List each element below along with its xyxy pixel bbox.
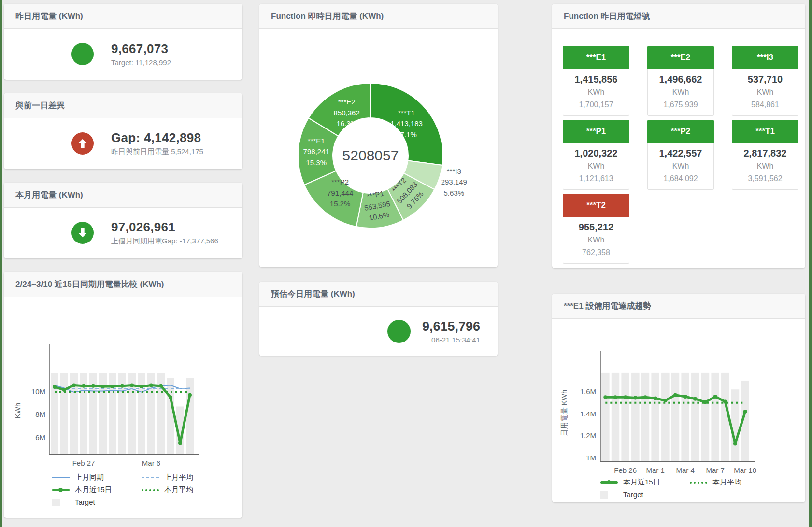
legend-item[interactable]: 上月平均 (142, 473, 231, 482)
donut-center-total: 5208057 (342, 147, 399, 164)
lamp-tile-body: 537,710KWh584,861 (732, 69, 798, 116)
svg-text:1.6M: 1.6M (580, 387, 596, 396)
lamp-tile-body: 2,817,832KWh3,591,562 (732, 143, 798, 190)
card-today-estimate: 預估今日用電量 (KWh) 9,615,796 06-21 15:34:41 (259, 282, 498, 356)
legend-label: Target (623, 490, 643, 499)
svg-text:1.4M: 1.4M (580, 410, 596, 418)
left-edge-accent (0, 0, 2, 527)
lamp-tile-name: ***E2 (647, 46, 714, 69)
target-bar (711, 373, 719, 461)
kpi-subtitle: 06-21 15:34:41 (422, 336, 480, 344)
lamp-tile-value: 2,817,832 (732, 147, 798, 160)
e1-trend-legend: 本月近15日本月平均Target (600, 478, 805, 499)
legend-item[interactable]: Target (600, 490, 690, 499)
lamp-tile: ***E21,496,662KWh1,675,939 (647, 46, 714, 116)
svg-text:Feb 27: Feb 27 (72, 459, 95, 467)
svg-text:8M: 8M (35, 410, 45, 418)
lamp-tile-unit: KWh (732, 86, 798, 99)
svg-text:Mar 4: Mar 4 (676, 466, 694, 474)
target-bar (60, 373, 68, 454)
lamp-tile-name: ***T2 (563, 194, 629, 217)
card-lamp-status: Function 昨日用電燈號 ***E11,415,856KWh1,700,1… (552, 4, 805, 268)
lamp-tile-unit: KWh (732, 160, 798, 172)
legend-item[interactable]: 上月同期 (52, 473, 142, 482)
card-compare-chart: 2/24~3/10 近15日同期用電量比較 (KWh) 6M8M10MFeb 2… (4, 272, 242, 518)
lamp-tile: ***I3537,710KWh584,861 (732, 46, 798, 116)
lamp-tile-name: ***E1 (563, 46, 629, 69)
lamp-tile-body: 1,422,557KWh1,684,092 (647, 143, 714, 190)
lamp-tile-target: 1,700,157 (563, 99, 629, 111)
svg-text:日用電量 KWh: 日用電量 KWh (560, 390, 568, 437)
card-e1-trend: ***E1 設備用電達成趨勢 1M1.2M1.4M1.6MFeb 26Mar 1… (552, 294, 805, 502)
svg-text:Mar 1: Mar 1 (646, 466, 664, 474)
donut-segment-label: ***T11,413,18327.1% (390, 108, 423, 141)
lamp-tile-unit: KWh (563, 234, 629, 246)
lamp-tile: ***T2955,212KWh762,358 (563, 194, 629, 264)
donut-segment-label: ***E2850,36216.3% (334, 97, 360, 130)
legend-item[interactable]: 本月平均 (690, 478, 779, 487)
green-status-circle-icon (71, 43, 94, 65)
lamp-tile-name: ***I3 (732, 46, 798, 69)
lamp-tile-target: 1,675,939 (648, 99, 713, 111)
card-title: Function 昨日用電燈號 (552, 4, 805, 29)
kpi-value: 9,667,073 (111, 42, 171, 57)
svg-text:Mar 6: Mar 6 (142, 459, 160, 467)
lamp-tile-target: 1,684,092 (648, 172, 713, 185)
legend-label: 本月近15日 (75, 485, 112, 495)
lamp-tile-value: 1,020,322 (563, 147, 629, 160)
legend-label: 本月平均 (164, 485, 193, 495)
card-month-usage: 本月用電量 (KWh) 97,026,961 上個月同期用電Gap: -17,3… (4, 183, 242, 258)
lamp-tile: ***P11,020,322KWh1,121,613 (563, 120, 629, 190)
green-status-circle-icon (387, 320, 411, 343)
kpi-subtitle: 上個月同期用電Gap: -17,377,566 (111, 237, 218, 246)
card-title: 昨日用電量 (KWh) (4, 4, 242, 29)
lamp-tile-value: 537,710 (732, 73, 798, 86)
svg-text:10M: 10M (31, 387, 45, 396)
donut-segment-label: ***I3293,1495.63% (441, 166, 467, 199)
lamp-tile-unit: KWh (563, 86, 629, 99)
lamp-tile-name: ***P2 (647, 120, 714, 143)
legend-label: 本月平均 (712, 478, 741, 487)
target-bar (731, 389, 740, 461)
legend-item[interactable]: 本月近15日 (600, 478, 690, 487)
lamp-tile-unit: KWh (648, 160, 713, 172)
legend-label: 本月近15日 (623, 478, 660, 487)
lamp-tile-body: 1,496,662KWh1,675,939 (647, 69, 714, 116)
target-bar (612, 373, 620, 461)
kpi-value: 9,615,796 (422, 319, 480, 334)
card-title: 預估今日用電量 (KWh) (259, 282, 498, 307)
lamp-tile-target: 762,358 (563, 246, 629, 259)
kpi-body: 9,615,796 06-21 15:34:41 (259, 307, 498, 356)
svg-text:Mar 7: Mar 7 (706, 466, 724, 474)
energy-dashboard: { "page": {"background": "#ececec", "edg… (0, 0, 812, 527)
compare-chart-legend: 上月同期上月平均本月近15日本月平均Target (52, 473, 242, 506)
svg-text:KWh: KWh (14, 403, 22, 419)
lamp-tile-value: 955,212 (563, 221, 629, 234)
card-realtime-donut: Function 即時日用電量 (KWh) ***T11,413,18327.1… (259, 4, 498, 267)
card-title: 與前一日差異 (4, 93, 242, 118)
lamp-tile-unit: KWh (648, 86, 713, 99)
dot-green-swatch-icon (142, 489, 159, 491)
lamp-tile-target: 1,121,613 (563, 172, 629, 185)
lamp-tile-target: 584,861 (732, 99, 798, 111)
card-title: 2/24~3/10 近15日同期用電量比較 (KWh) (4, 272, 242, 297)
target-bar (621, 373, 629, 461)
sq-gray-swatch-icon (600, 491, 618, 499)
donut-segment-label: ***P1553,59510.6% (362, 187, 393, 224)
lamp-tile-unit: KWh (563, 160, 629, 172)
card-day-gap: 與前一日差異 Gap: 4,142,898 昨日與前日用電量 5,524,175 (4, 93, 242, 169)
target-bar (601, 373, 610, 461)
legend-item[interactable]: 本月平均 (142, 485, 231, 495)
lamp-tile-target: 3,591,562 (732, 172, 798, 185)
lamp-tile: ***T12,817,832KWh3,591,562 (732, 120, 798, 190)
card-yesterday-usage: 昨日用電量 (KWh) 9,667,073 Target: 11,128,992 (4, 4, 242, 80)
green-down-arrow-icon (71, 222, 94, 244)
target-bar (641, 373, 650, 461)
card-title: Function 即時日用電量 (KWh) (259, 4, 498, 29)
legend-item[interactable]: 本月近15日 (52, 485, 142, 495)
kpi-subtitle: Target: 11,128,992 (111, 58, 171, 67)
donut-chart: ***T11,413,18327.1%***I3293,1495.63%***T… (259, 29, 498, 267)
kpi-value: 97,026,961 (111, 220, 218, 235)
line-green-swatch-icon (52, 489, 70, 491)
legend-item[interactable]: Target (52, 498, 142, 506)
